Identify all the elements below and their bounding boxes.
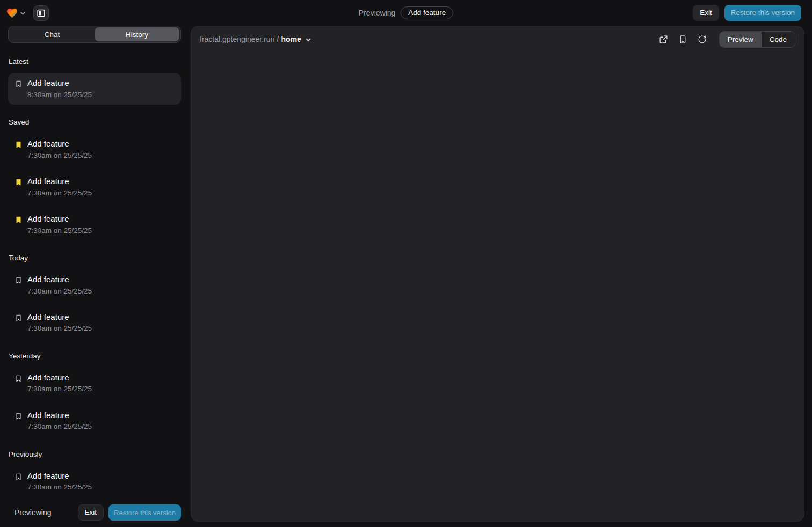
version-title: Add feature (27, 139, 92, 149)
url-domain: fractal.gptengineer.run / (200, 35, 279, 43)
smartphone-icon (678, 35, 687, 44)
version-name-pill[interactable]: Add feature (401, 6, 453, 19)
history-section: Yesterday Add feature 7:30am on 25/25/25… (8, 352, 181, 437)
panel-left-icon (37, 9, 46, 18)
version-timestamp: 7:30am on 25/25/25 (27, 287, 92, 296)
version-item[interactable]: Add feature 7:30am on 25/25/25 (8, 307, 181, 339)
bookmark-icon (15, 473, 23, 481)
footer-exit-button[interactable]: Exit (78, 504, 104, 521)
version-item[interactable]: Add feature 7:30am on 25/25/25 (8, 368, 181, 399)
version-timestamp: 7:30am on 25/25/25 (27, 226, 92, 235)
external-link-icon (659, 35, 668, 44)
refresh-icon (698, 35, 707, 44)
footer-previewing-label: Previewing (15, 508, 51, 517)
topbar: Previewing Add feature Exit Restore this… (0, 0, 812, 26)
version-item[interactable]: Add feature 7:30am on 25/25/25 (8, 269, 181, 301)
version-item[interactable]: Add feature 8:30am on 25/25/25 (8, 73, 181, 105)
section-items: Add feature 7:30am on 25/25/25 Add featu… (8, 368, 181, 437)
version-item[interactable]: Add feature 7:30am on 25/25/25 (8, 134, 181, 165)
topbar-right: Exit Restore this version (693, 5, 801, 21)
bookmark-icon (15, 276, 23, 284)
version-timestamp: 7:30am on 25/25/25 (27, 324, 92, 333)
version-item[interactable]: Add feature 7:30am on 25/25/25 (8, 171, 181, 203)
bookmark-icon (15, 178, 23, 186)
version-title: Add feature (27, 214, 92, 224)
footer-restore-version-button[interactable]: Restore this version (108, 504, 181, 521)
bookmark-icon (15, 216, 23, 224)
history-sidebar: Chat History Latest Add feature 8:30am o… (8, 26, 181, 527)
history-section: Saved Add feature 7:30am on 25/25/25 Add… (8, 118, 181, 240)
restore-version-button[interactable]: Restore this version (724, 5, 801, 21)
footer-actions: Exit Restore this version (78, 504, 181, 521)
app-logo-menu[interactable] (6, 8, 26, 18)
section-title: Today (9, 254, 181, 262)
version-timestamp: 7:30am on 25/25/25 (27, 189, 92, 197)
version-title: Add feature (27, 275, 92, 285)
exit-button[interactable]: Exit (693, 5, 719, 21)
preview-viewport[interactable] (191, 52, 804, 521)
section-items: Add feature 7:30am on 25/25/25 Add featu… (8, 134, 181, 240)
history-section: Latest Add feature 8:30am on 25/25/25 (8, 57, 181, 105)
chevron-down-icon (20, 10, 26, 16)
section-items: Add feature 8:30am on 25/25/25 (8, 73, 181, 105)
heart-logo-icon (6, 8, 18, 18)
section-items: Add feature 7:30am on 25/25/25 Add featu… (8, 466, 181, 503)
history-section: Today Add feature 7:30am on 25/25/25 Add… (8, 254, 181, 339)
toggle-preview[interactable]: Preview (720, 32, 762, 47)
url-breadcrumb[interactable]: fractal.gptengineer.run / home (200, 34, 311, 44)
version-item[interactable]: Add feature 7:30am on 25/25/25 (8, 405, 181, 437)
url-page: home (281, 35, 301, 43)
bookmark-icon (15, 412, 23, 420)
version-title: Add feature (27, 471, 92, 481)
version-item[interactable]: Add feature 7:30am on 25/25/25 (8, 209, 181, 240)
open-in-new-tab-button[interactable] (659, 35, 668, 44)
toggle-code[interactable]: Code (762, 32, 795, 47)
refresh-button[interactable] (698, 35, 707, 44)
mobile-view-button[interactable] (678, 35, 687, 44)
section-title: Yesterday (9, 352, 181, 360)
version-timestamp: 8:30am on 25/25/25 (27, 91, 92, 99)
content-area: Chat History Latest Add feature 8:30am o… (0, 26, 812, 527)
version-timestamp: 7:30am on 25/25/25 (27, 422, 92, 431)
section-title: Previously (9, 450, 181, 458)
topbar-left (6, 5, 49, 21)
sidebar-footer: Previewing Exit Restore this version (8, 502, 181, 527)
section-title: Latest (9, 57, 181, 65)
previewing-label: Previewing (359, 9, 395, 17)
version-timestamp: 7:30am on 25/25/25 (27, 483, 92, 492)
version-title: Add feature (27, 177, 92, 187)
version-title: Add feature (27, 373, 92, 383)
history-section: Previously Add feature 7:30am on 25/25/2… (8, 450, 181, 503)
history-list: Latest Add feature 8:30am on 25/25/25 Sa… (8, 43, 181, 502)
bookmark-icon (15, 80, 23, 88)
version-title: Add feature (27, 312, 92, 323)
sidebar-toggle-button[interactable] (33, 5, 49, 21)
bookmark-icon (15, 314, 23, 322)
sidebar-tabs: Chat History (8, 26, 181, 43)
version-timestamp: 7:30am on 25/25/25 (27, 151, 92, 160)
tab-history[interactable]: History (95, 27, 179, 41)
section-items: Add feature 7:30am on 25/25/25 Add featu… (8, 269, 181, 339)
version-title: Add feature (27, 78, 92, 89)
version-item[interactable]: Add feature 7:30am on 25/25/25 (8, 466, 181, 497)
topbar-center: Previewing Add feature (359, 0, 453, 26)
preview-tools: Preview Code (659, 31, 795, 48)
version-timestamp: 7:30am on 25/25/25 (27, 385, 92, 393)
tab-chat[interactable]: Chat (10, 27, 95, 41)
chevron-down-icon (305, 36, 311, 43)
version-title: Add feature (27, 411, 92, 421)
preview-code-toggle: Preview Code (719, 31, 795, 48)
bookmark-icon (15, 375, 23, 383)
section-title: Saved (9, 118, 181, 126)
bookmark-icon (15, 141, 23, 149)
preview-header: fractal.gptengineer.run / home (191, 26, 804, 52)
preview-panel: fractal.gptengineer.run / home (191, 26, 804, 522)
